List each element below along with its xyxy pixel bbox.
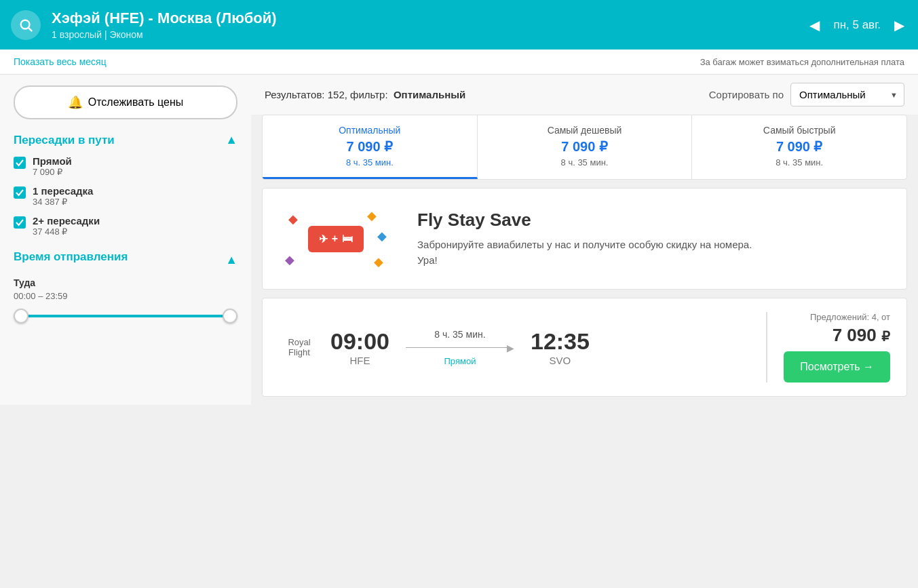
route-sub: 1 взрослый | Эконом: [52, 29, 277, 40]
tab-fastest-duration: 8 ч. 35 мин.: [703, 157, 896, 168]
depart-code: HFE: [330, 355, 389, 366]
right-panel: Результатов: 152, фильтр: Оптимальный Со…: [251, 75, 918, 405]
search-icon-btn[interactable]: [11, 10, 41, 40]
promo-bed-icon: 🛏: [342, 233, 353, 245]
range-thumb-left[interactable]: [14, 309, 28, 324]
results-count-text: Результатов: 152, фильтр:: [265, 89, 388, 100]
stopover-filter-header: Пересадки в пути ▲: [14, 133, 237, 147]
tab-optimal-price: 7 090 ₽: [273, 138, 466, 155]
time-range-slider[interactable]: [14, 308, 237, 324]
stopover-direct-info: Прямой 7 090 ₽: [33, 155, 72, 177]
header: Хэфэй (HFE) - Москва (Любой) 1 взрослый …: [0, 0, 918, 50]
sidebar: 🔔 Отслеживать цены Пересадки в пути ▲ Пр…: [0, 75, 251, 405]
flight-duration: 8 ч. 35 мин.: [406, 329, 514, 340]
flight-line: ▶: [406, 342, 514, 353]
price-tab-fastest[interactable]: Самый быстрый 7 090 ₽ 8 ч. 35 мин.: [692, 115, 906, 179]
filter-name: Оптимальный: [394, 89, 465, 100]
promo-title: Fly Stay Save: [417, 210, 770, 231]
tab-cheapest-duration: 8 ч. 35 мин.: [489, 157, 681, 168]
svg-line-1: [28, 28, 32, 31]
range-thumb-right[interactable]: [223, 309, 237, 324]
promo-dot-2: ◆: [367, 208, 377, 223]
svg-point-0: [21, 20, 30, 28]
route-title: Хэфэй (HFE) - Москва (Любой): [52, 9, 277, 27]
sort-select-wrap: Оптимальный Самый дешевый Самый быстрый: [790, 83, 904, 106]
promo-image: ◆ ◆ ◆ ◆ ◆ ✈ + 🛏: [282, 205, 390, 273]
results-toolbar: Результатов: 152, фильтр: Оптимальный Со…: [251, 75, 918, 115]
price-value: 7 090 ₽: [784, 325, 890, 346]
next-date-arrow[interactable]: ▶: [894, 17, 904, 33]
stopover-option-2plus: 2+ пересадки 37 448 ₽: [14, 215, 237, 237]
departure-time-header: Время отправления ▲: [14, 250, 237, 269]
card-divider: [766, 312, 767, 383]
promo-dot-3: ◆: [285, 252, 294, 267]
main-layout: 🔔 Отслеживать цены Пересадки в пути ▲ Пр…: [0, 75, 918, 405]
sort-bar: Сортировать по Оптимальный Самый дешевый…: [709, 83, 904, 106]
promo-plus: +: [332, 233, 338, 245]
checkbox-direct[interactable]: [14, 157, 26, 169]
arrive-code: SVO: [531, 355, 590, 366]
stopover-title: Пересадки в пути: [14, 134, 115, 147]
depart-time: 09:00: [330, 328, 389, 355]
promo-dot-4: ◆: [374, 254, 383, 269]
tab-cheapest-label: Самый дешевый: [489, 125, 681, 136]
time-range-display: 00:00 – 23:59: [14, 291, 237, 301]
flight-card: RoyalFlight 09:00 HFE 8 ч. 35 мин. ▶ Пря…: [262, 298, 907, 397]
stopover-toggle[interactable]: ▲: [225, 133, 237, 147]
promo-dot-5: ◆: [377, 229, 387, 243]
stopover-2plus-label: 2+ пересадки: [33, 215, 100, 227]
stopover-option-direct: Прямой 7 090 ₽: [14, 155, 237, 177]
checkbox-1stop[interactable]: [14, 187, 26, 199]
header-route: Хэфэй (HFE) - Москва (Любой) 1 взрослый …: [52, 9, 277, 40]
tab-cheapest-price: 7 090 ₽: [489, 138, 681, 155]
header-date: пн, 5 авг.: [833, 18, 881, 32]
arrive-info: 12:35 SVO: [531, 328, 590, 366]
search-icon: [18, 18, 33, 33]
arrow-icon: ▶: [507, 342, 514, 353]
airline-name: RoyalFlight: [279, 337, 320, 357]
stopover-direct-label: Прямой: [33, 155, 72, 167]
promo-text: Fly Stay Save Забронируйте авиабилеты у …: [417, 210, 770, 268]
stopover-1-info: 1 пересадка 34 387 ₽: [33, 185, 93, 207]
time-toggle[interactable]: ▲: [225, 253, 237, 267]
price-number: 7 090: [833, 325, 877, 345]
flight-price-col: Предложений: 4, от 7 090 ₽ Посмотреть →: [784, 312, 890, 383]
price-tab-optimal[interactable]: Оптимальный 7 090 ₽ 8 ч. 35 мин.: [263, 115, 478, 179]
tab-optimal-duration: 8 ч. 35 мин.: [273, 157, 466, 168]
price-tabs: Оптимальный 7 090 ₽ 8 ч. 35 мин. Самый д…: [262, 115, 907, 180]
price-offers: Предложений: 4, от: [784, 312, 890, 322]
bell-icon: 🔔: [68, 95, 83, 110]
price-currency: ₽: [881, 329, 890, 344]
prev-date-arrow[interactable]: ◀: [809, 17, 820, 33]
book-button[interactable]: Посмотреть →: [784, 351, 890, 383]
checkbox-2plus-stop[interactable]: [14, 216, 26, 229]
stopover-option-1: 1 пересадка 34 387 ₽: [14, 185, 237, 207]
tab-fastest-price: 7 090 ₽: [703, 138, 896, 155]
stopover-filter: Пересадки в пути ▲ Прямой 7 090 ₽ 1 пере…: [14, 133, 237, 237]
stopover-1-label: 1 пересадка: [33, 185, 93, 197]
line-segment: [406, 347, 508, 349]
arrive-time: 12:35: [531, 328, 590, 355]
sort-select[interactable]: Оптимальный Самый дешевый Самый быстрый: [790, 83, 904, 106]
track-prices-button[interactable]: 🔔 Отслеживать цены: [14, 85, 237, 119]
promo-dot-1: ◆: [288, 212, 298, 227]
flight-middle: 8 ч. 35 мин. ▶ Прямой: [406, 329, 514, 366]
direction-label: Туда: [14, 277, 237, 288]
track-prices-label: Отслеживать цены: [88, 96, 183, 109]
tab-optimal-label: Оптимальный: [273, 125, 466, 136]
range-track: [14, 315, 237, 317]
stopover-1-price: 34 387 ₽: [33, 197, 93, 207]
flight-times: 09:00 HFE 8 ч. 35 мин. ▶ Прямой 12:35 SV…: [330, 328, 750, 366]
flight-type: Прямой: [406, 356, 514, 366]
stopover-2plus-price: 37 448 ₽: [33, 227, 100, 237]
results-count: Результатов: 152, фильтр: Оптимальный: [265, 89, 465, 100]
price-tab-cheapest[interactable]: Самый дешевый 7 090 ₽ 8 ч. 35 мин.: [478, 115, 693, 179]
stopover-direct-price: 7 090 ₽: [33, 167, 72, 177]
baggage-notice: За багаж может взиматься дополнительная …: [700, 57, 904, 67]
promo-card: ◆ ◆ ◆ ◆ ◆ ✈ + 🛏 Fly Stay Save Забронируй…: [262, 188, 907, 290]
header-nav: ◀ пн, 5 авг. ▶: [809, 17, 904, 33]
subheader: Показать весь месяц За багаж может взима…: [0, 50, 918, 75]
show-month-link[interactable]: Показать весь месяц: [14, 56, 107, 67]
tab-fastest-label: Самый быстрый: [703, 125, 896, 136]
sort-label: Сортировать по: [709, 89, 784, 100]
